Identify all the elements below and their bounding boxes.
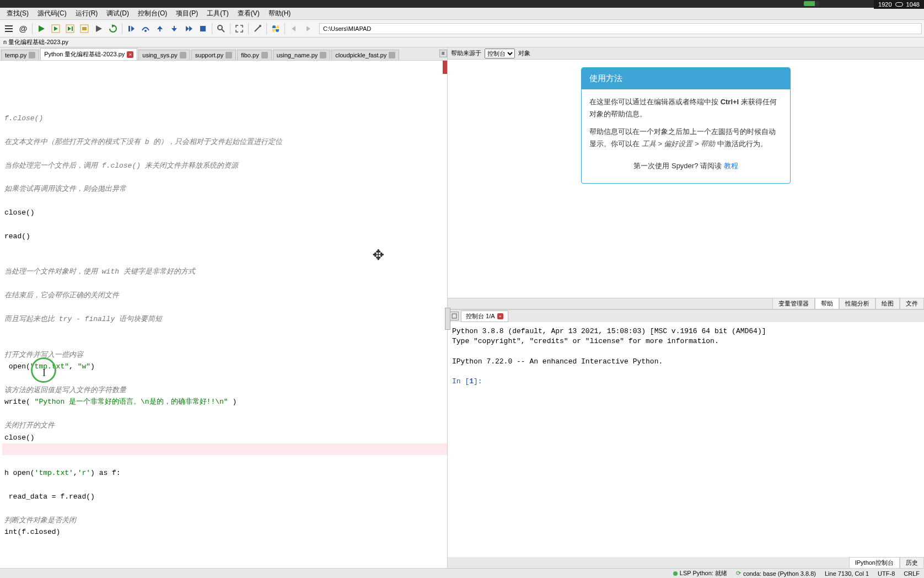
tabs-menu-button[interactable]: ≡ <box>439 50 447 57</box>
tab-history[interactable]: 历史 <box>900 557 924 569</box>
battery-icon <box>804 1 819 6</box>
svg-marker-14 <box>131 26 135 31</box>
close-icon[interactable] <box>389 52 395 58</box>
back-button[interactable] <box>287 22 300 35</box>
menu-find[interactable]: 查找(S) <box>2 8 33 19</box>
debug-stepout-button[interactable] <box>168 22 181 35</box>
preferences-button[interactable] <box>251 22 264 35</box>
run-again-button[interactable] <box>92 22 105 35</box>
svg-marker-26 <box>292 26 296 31</box>
console-tab-1a[interactable]: 控制台 1/A × <box>461 311 508 322</box>
status-line-col: Line 7130, Col 1 <box>825 570 869 577</box>
forward-button[interactable] <box>302 22 315 35</box>
console-output[interactable]: Python 3.8.8 (default, Apr 13 2021, 15:0… <box>448 322 924 557</box>
python-path-button[interactable] <box>269 22 282 35</box>
status-conda[interactable]: ⟳conda: base (Python 3.8.8) <box>736 570 816 577</box>
menu-console[interactable]: 控制台(O) <box>133 8 171 19</box>
tab-variable-explorer[interactable]: 变量管理器 <box>772 298 815 309</box>
menu-tools[interactable]: 工具(T) <box>202 8 233 19</box>
console-prompt-end: ]: <box>474 377 482 386</box>
code-line: 在文本文件中（那些打开文件的模式下没有 b 的），只会相对于文件起始位置进行定位 <box>2 138 282 146</box>
debug-continue-button[interactable] <box>182 22 195 35</box>
svg-rect-0 <box>5 25 13 26</box>
link-icon <box>895 2 903 7</box>
help-header: 帮助来源于 控制台 对象 <box>448 47 924 60</box>
tab-label: using_sys.py <box>142 52 178 58</box>
help-object-label: 对象 <box>518 49 530 57</box>
restart-button[interactable] <box>106 22 120 35</box>
menu-view[interactable]: 查看(V) <box>233 8 264 19</box>
menu-source[interactable]: 源代码(C) <box>33 8 71 19</box>
tab-files[interactable]: 文件 <box>900 298 924 309</box>
code-line: close() <box>2 208 35 217</box>
tab-ipython-console[interactable]: IPython控制台 <box>849 557 900 569</box>
help-card-title: 使用方法 <box>582 68 790 89</box>
menu-help[interactable]: 帮助(H) <box>264 8 296 19</box>
tab-help[interactable]: 帮助 <box>815 298 839 309</box>
tab-support[interactable]: support.py <box>191 50 236 60</box>
svg-point-25 <box>259 25 261 27</box>
close-icon[interactable] <box>29 52 35 58</box>
menu-debug[interactable]: 调试(D) <box>102 8 133 19</box>
outline-button[interactable] <box>2 22 15 35</box>
close-icon[interactable] <box>261 52 268 58</box>
close-icon[interactable]: × <box>127 51 133 58</box>
tab-fibo[interactable]: fibo.py <box>237 50 271 60</box>
close-icon[interactable] <box>180 52 186 58</box>
svg-rect-18 <box>174 26 175 28</box>
svg-rect-17 <box>159 29 160 31</box>
working-dir-input[interactable] <box>319 23 922 34</box>
new-console-button[interactable] <box>450 312 459 320</box>
at-button[interactable]: @ <box>17 22 30 35</box>
vertical-splitter[interactable] <box>445 308 450 330</box>
tab-plots[interactable]: 绘图 <box>875 298 900 309</box>
menu-bar: 查找(S) 源代码(C) 运行(R) 调试(D) 控制台(O) 项目(P) 工具… <box>0 8 924 20</box>
debug-stepin-button[interactable] <box>153 22 166 35</box>
maximize-button[interactable] <box>233 22 246 35</box>
svg-marker-19 <box>171 28 177 31</box>
code-line: read() <box>2 232 30 240</box>
tab-using-name[interactable]: using_name.py <box>273 50 331 60</box>
help-source-select[interactable]: 控制台 <box>485 49 515 58</box>
code-line: 判断文件对象是否关闭 <box>2 516 76 525</box>
tab-main[interactable]: Python 量化编程基础-2023.py× <box>40 48 137 60</box>
code-editor[interactable]: f.close() 在文本文件中（那些打开文件的模式下没有 b 的），只会相对于… <box>0 61 447 568</box>
console-tabs: 控制台 1/A × <box>448 310 924 322</box>
code-line: h open('tmp.txt','r') as f: <box>2 469 121 477</box>
run-selection-button[interactable] <box>78 22 91 35</box>
tutorial-link[interactable]: 教程 <box>724 162 738 170</box>
run-cell-advance-button[interactable] <box>63 22 77 35</box>
window-overlay-bar: 1920 1048 <box>0 0 924 8</box>
tab-profiler[interactable]: 性能分析 <box>839 298 875 309</box>
find-button[interactable] <box>214 22 228 35</box>
editor-tabs: temp.py Python 量化编程基础-2023.py× using_sys… <box>0 47 447 61</box>
tab-temp[interactable]: temp.py <box>1 50 39 60</box>
right-panel: 帮助来源于 控制台 对象 使用方法 在这里你可以通过在编辑器或者终端中按 Ctr… <box>448 47 924 568</box>
console-tab-label: 控制台 1/A <box>466 312 495 320</box>
tab-label: cloudpickle_fast.py <box>335 52 386 58</box>
debug-step-button[interactable] <box>125 22 138 35</box>
debug-stop-button[interactable] <box>196 22 209 35</box>
console-prompt: In [ <box>452 377 469 386</box>
code-line: f.close() <box>2 114 43 122</box>
menu-run[interactable]: 运行(R) <box>71 8 103 19</box>
run-cell-button[interactable] <box>49 22 62 35</box>
svg-marker-20 <box>186 26 189 31</box>
console-line: Python 3.8.8 (default, Apr 13 2021, 15:0… <box>452 327 766 335</box>
scroll-marker <box>443 61 447 74</box>
close-icon[interactable] <box>225 52 232 58</box>
tab-using-sys[interactable]: using_sys.py <box>138 50 190 60</box>
close-icon[interactable]: × <box>497 313 503 319</box>
close-icon[interactable] <box>320 52 326 58</box>
debug-stepover-button[interactable] <box>139 22 152 35</box>
svg-rect-2 <box>5 31 13 32</box>
tab-label: using_name.py <box>277 52 318 58</box>
code-line: 关闭打开的文件 <box>2 421 55 430</box>
run-button[interactable] <box>35 22 48 35</box>
help-card-body: 在这里你可以通过在编辑器或者终端中按 Ctrl+I 来获得任何对象的帮助信息。 … <box>582 89 790 183</box>
menu-project[interactable]: 项目(P) <box>171 8 202 19</box>
code-line: 如果尝试再调用该文件，则会抛出异常 <box>2 185 126 193</box>
svg-marker-12 <box>112 24 115 28</box>
res-width: 1920 <box>878 1 891 8</box>
tab-cloudpickle[interactable]: cloudpickle_fast.py <box>331 50 399 60</box>
